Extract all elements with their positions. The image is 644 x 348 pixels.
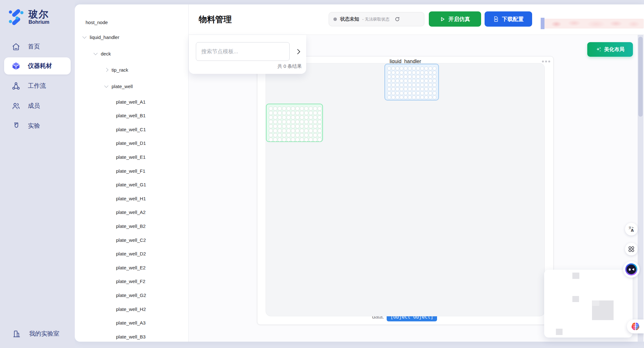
scrollbar-thumb[interactable] [638, 37, 643, 117]
chevron-right-icon[interactable] [104, 68, 108, 72]
well [404, 95, 408, 99]
well [300, 111, 304, 115]
tree-item-plate_well_D1[interactable]: plate_well_D1 [75, 138, 187, 149]
tree-item-label: plate_well_H1 [116, 196, 146, 201]
sidebar-item-home[interactable]: 首页 [4, 38, 71, 55]
well [400, 91, 403, 95]
well-plate[interactable] [266, 104, 323, 142]
well [318, 133, 322, 137]
well [428, 79, 432, 83]
well [273, 106, 277, 111]
tree-item-plate_well_F2[interactable]: plate_well_F2 [75, 276, 187, 287]
chevron-down-icon[interactable] [104, 84, 108, 88]
download-config-button[interactable]: 下载配置 [485, 11, 532, 27]
tree-item-plate_well_C2[interactable]: plate_well_C2 [75, 234, 187, 246]
well [318, 115, 322, 119]
well [412, 67, 416, 70]
well [412, 71, 416, 74]
well [412, 91, 416, 95]
minimap-node [556, 329, 563, 335]
bohrium-logo[interactable]: 玻尔 Bohrium [8, 7, 71, 27]
ai-assistant-button[interactable] [623, 261, 640, 278]
node-menu-button[interactable] [542, 61, 550, 62]
well [309, 111, 313, 115]
well [295, 106, 299, 111]
well [291, 133, 295, 137]
well [295, 124, 299, 128]
well [300, 129, 304, 133]
bohrium-logo-icon [8, 9, 25, 26]
well [424, 87, 428, 91]
well [318, 129, 322, 133]
well [391, 91, 395, 95]
tip-rack-plate[interactable] [384, 64, 439, 100]
beautify-layout-button[interactable]: 美化布局 [587, 42, 633, 57]
sidebar-item-instruments[interactable]: 仪器耗材 [4, 57, 71, 74]
translate-button[interactable]: 文 A [625, 223, 638, 235]
sidebar-item-members[interactable]: 成员 [4, 97, 71, 114]
tree-item-label: plate_well_H2 [116, 306, 146, 312]
tree-item-plate_well_H1[interactable]: plate_well_H1 [75, 193, 187, 204]
well [313, 120, 317, 124]
liquid-handler-node[interactable]: liquid_handler data: [object Object] [257, 56, 554, 325]
well [282, 124, 286, 128]
tree-item-plate_well_E1[interactable]: plate_well_E1 [75, 151, 187, 163]
sidebar-item-my-lab[interactable]: 我的实验室 [4, 325, 71, 342]
chevron-down-icon[interactable] [93, 51, 98, 55]
tree-item-label: plate_well_E1 [116, 154, 145, 160]
tree-item-tip_rack[interactable]: tip_rack [75, 64, 187, 75]
tree-item-plate_well_G2[interactable]: plate_well_G2 [75, 289, 187, 301]
well [318, 120, 322, 124]
well [273, 129, 277, 133]
well [282, 106, 286, 111]
well [433, 87, 436, 91]
well [269, 111, 273, 115]
tree-item-liquid_handler[interactable]: liquid_handler [75, 31, 187, 43]
tree-item-plate_well_B1[interactable]: plate_well_B1 [75, 110, 187, 121]
tree-item-plate_well_E2[interactable]: plate_well_E2 [75, 262, 187, 273]
well [433, 95, 436, 99]
well [313, 111, 317, 115]
tree-item-plate_well_B3[interactable]: plate_well_B3 [75, 331, 187, 342]
user-avatar-redacted [541, 18, 544, 29]
well [300, 120, 304, 124]
tree-item-deck[interactable]: deck [75, 48, 187, 59]
tree-item-plate_well_B2[interactable]: plate_well_B2 [75, 220, 187, 232]
tree-item-host_node[interactable]: host_node [75, 16, 187, 28]
tree-item-plate_well_D2[interactable]: plate_well_D2 [75, 248, 187, 260]
sparkles-icon [596, 47, 602, 52]
page-title: 物料管理 [199, 14, 232, 25]
apps-grid-button[interactable] [625, 243, 638, 255]
sidebar-item-workflow[interactable]: 工作流 [4, 77, 71, 94]
sidebar-item-experiments[interactable]: 实验 [4, 117, 71, 134]
tree-item-plate_well_C1[interactable]: plate_well_C1 [75, 124, 187, 135]
experiment-icon [12, 122, 20, 130]
well [287, 124, 291, 128]
well [287, 115, 291, 119]
well [396, 75, 399, 79]
well [309, 124, 313, 128]
chevron-down-icon[interactable] [82, 35, 87, 39]
tree-item-plate_well[interactable]: plate_well [75, 81, 187, 92]
well [428, 71, 432, 74]
start-simulation-button[interactable]: 开启仿真 [429, 11, 481, 27]
tree-item-plate_well_A2[interactable]: plate_well_A2 [75, 207, 187, 218]
well [278, 120, 282, 124]
tree-item-plate_well_H2[interactable]: plate_well_H2 [75, 303, 187, 315]
ai-brain-tab[interactable] [627, 319, 644, 333]
sidebar-item-label: 实验 [28, 122, 40, 130]
minimap[interactable] [544, 270, 633, 338]
well [420, 87, 424, 91]
tree-item-label: plate_well_A1 [116, 99, 145, 105]
well [391, 71, 395, 74]
well [412, 87, 416, 91]
refresh-icon[interactable] [395, 16, 400, 22]
tree-item-plate_well_A1[interactable]: plate_well_A1 [75, 96, 187, 107]
tree-item-plate_well_F1[interactable]: plate_well_F1 [75, 165, 187, 177]
tree-item-plate_well_G1[interactable]: plate_well_G1 [75, 179, 187, 190]
tree-item-plate_well_A3[interactable]: plate_well_A3 [75, 317, 187, 329]
search-input[interactable] [196, 42, 290, 61]
well [273, 138, 277, 142]
well [282, 129, 286, 133]
expand-templates-button[interactable] [293, 48, 302, 56]
